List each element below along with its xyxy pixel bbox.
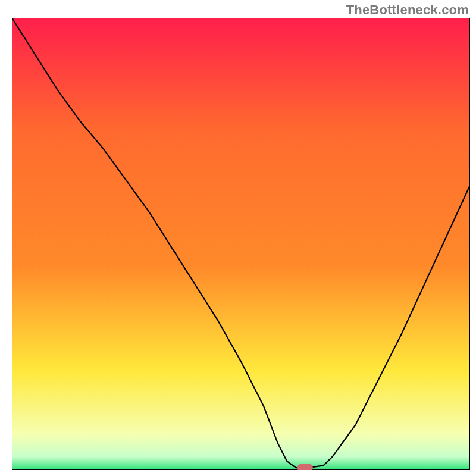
bottleneck-chart <box>12 18 470 470</box>
optimal-marker <box>298 464 313 470</box>
chart-frame: TheBottleneck.com <box>0 0 476 476</box>
plot-area <box>12 18 470 470</box>
gradient-background <box>12 18 470 470</box>
attribution-label: TheBottleneck.com <box>346 2 469 18</box>
